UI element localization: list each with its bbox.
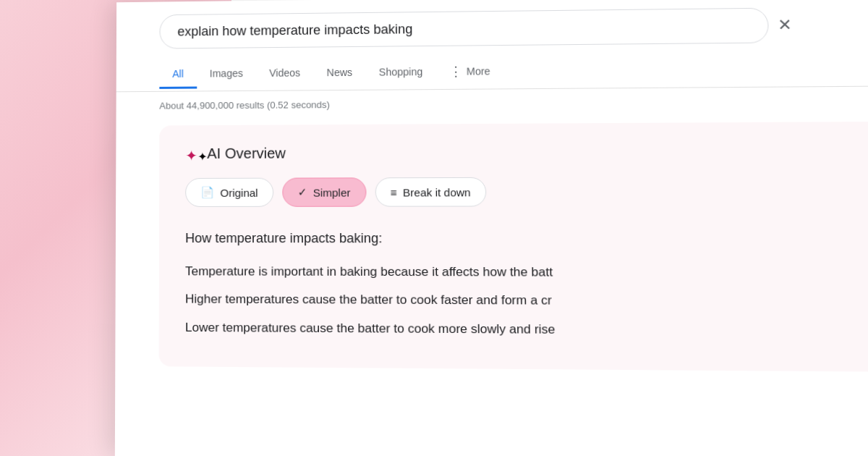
header: ✕ All Images Videos News Shopping ⋮ More [116, 0, 868, 92]
filter-simpler[interactable]: ✓ Simpler [282, 177, 366, 206]
simpler-icon: ✓ [297, 186, 307, 199]
filter-buttons: 📄 Original ✓ Simpler ≡ Break it down [185, 176, 868, 207]
ai-overview-section: ✦ AI Overview 📄 Original ✓ Simpler ≡ Bre… [159, 122, 868, 372]
nav-tabs: All Images Videos News Shopping ⋮ More [159, 52, 868, 91]
break-icon: ≡ [391, 186, 397, 198]
break-label: Break it down [403, 186, 471, 198]
filter-original[interactable]: 📄 Original [185, 178, 273, 207]
simpler-label: Simpler [313, 186, 351, 198]
original-icon: 📄 [200, 186, 214, 199]
content-para-3: Lower temperatures cause the batter to c… [185, 318, 868, 343]
original-label: Original [220, 186, 258, 198]
ai-overview-header: ✦ AI Overview [185, 143, 867, 162]
filter-break-it-down[interactable]: ≡ Break it down [375, 177, 487, 207]
tab-more[interactable]: ⋮ More [436, 56, 504, 89]
more-label: More [467, 65, 490, 77]
ai-content: How temperature impacts baking: Temperat… [185, 227, 868, 343]
close-button[interactable]: ✕ [778, 15, 792, 35]
content-para-2: Higher temperatures cause the batter to … [185, 290, 868, 313]
more-dots-icon: ⋮ [449, 64, 464, 80]
sparkle-icon: ✦ [185, 147, 200, 161]
tab-videos[interactable]: Videos [256, 59, 313, 88]
tab-shopping[interactable]: Shopping [365, 59, 436, 88]
tab-all[interactable]: All [159, 61, 197, 89]
search-input[interactable] [159, 8, 769, 49]
content-heading: How temperature impacts baking: [185, 227, 868, 250]
tab-images[interactable]: Images [197, 60, 256, 88]
content-para-1: Temperature is important in baking becau… [185, 261, 868, 284]
browser-page: ✕ All Images Videos News Shopping ⋮ More… [115, 0, 868, 456]
tab-news[interactable]: News [313, 59, 365, 88]
ai-overview-title: AI Overview [207, 145, 286, 161]
search-bar-row: ✕ [159, 7, 868, 49]
results-count: About 44,900,000 results (0.52 seconds) [116, 86, 868, 120]
